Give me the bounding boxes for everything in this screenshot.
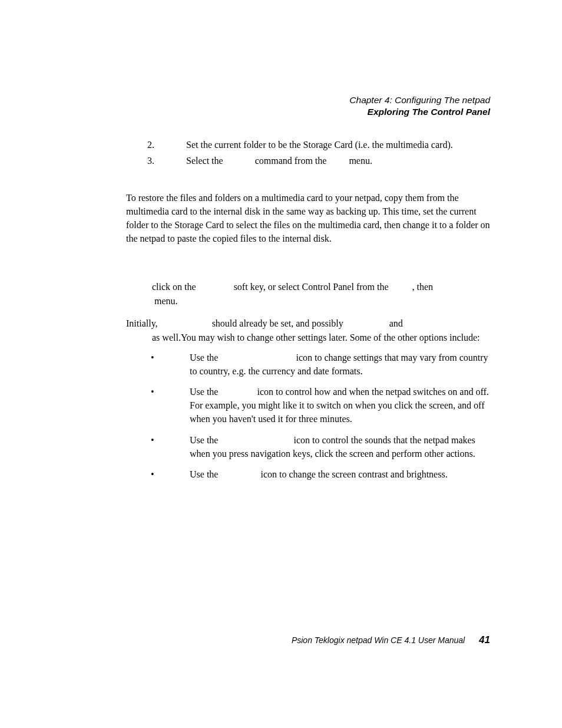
bullet-power: • Use the icon to control how and when t… [126, 385, 490, 426]
step-number: 3. [126, 154, 186, 169]
page-footer: Psion Teklogix netpad Win CE 4.1 User Ma… [126, 634, 490, 646]
bullet-icon: • [126, 433, 190, 460]
running-header: Chapter 4: Configuring The netpad Explor… [126, 94, 490, 118]
bullet-icon: • [126, 351, 190, 378]
step-2: 2. Set the current folder to be the Stor… [126, 138, 490, 153]
step-text: Select the command from the menu. [186, 154, 490, 169]
page-body: Chapter 4: Configuring The netpad Explor… [126, 94, 490, 488]
manual-title: Psion Teklogix netpad Win CE 4.1 User Ma… [292, 635, 465, 645]
restore-paragraph: To restore the files and folders on a mu… [126, 191, 490, 246]
bullet-sounds: • Use the icon to control the sounds tha… [126, 433, 490, 460]
options-list: • Use the icon to change settings that m… [126, 351, 490, 482]
step-3: 3. Select the command from the menu. [126, 154, 490, 169]
chapter-label: Chapter 4: Configuring The netpad [126, 94, 490, 106]
step-text: Set the current folder to be the Storage… [186, 138, 490, 153]
numbered-steps: 2. Set the current folder to be the Stor… [126, 138, 490, 169]
bullet-icon: • [126, 467, 190, 481]
section-label: Exploring The Control Panel [126, 106, 490, 118]
step-number: 2. [126, 138, 186, 153]
bullet-screen: • Use the icon to change the screen cont… [126, 467, 490, 481]
page-number: 41 [479, 634, 490, 645]
initial-settings-paragraph: Initially, should already be set, and po… [126, 317, 490, 345]
bullet-regional: • Use the icon to change settings that m… [126, 351, 490, 378]
bullet-icon: • [126, 385, 190, 426]
control-panel-instruction: click on the soft key, or select Control… [152, 280, 490, 308]
